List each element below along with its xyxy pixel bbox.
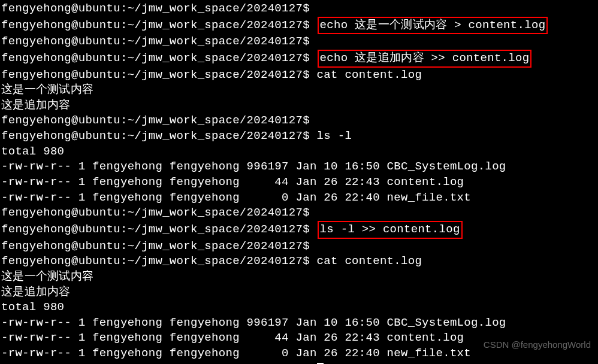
terminal-line[interactable]: fengyehong@ubuntu:~/jmw_work_space/20240… <box>1 34 597 50</box>
prompt: fengyehong@ubuntu:~/jmw_work_space/20240… <box>1 254 310 268</box>
command: ls -l <box>317 129 352 142</box>
output-line: 这是一个测试内容 <box>1 269 597 285</box>
terminal-line[interactable]: fengyehong@ubuntu:~/jmw_work_space/20240… <box>1 68 597 83</box>
terminal-line[interactable]: fengyehong@ubuntu:~/jmw_work_space/20240… <box>1 50 597 68</box>
output-line: -rw-rw-r-- 1 fengyehong fengyehong 44 Ja… <box>1 175 597 190</box>
prompt: fengyehong@ubuntu:~/jmw_work_space/20240… <box>1 223 310 236</box>
output-line: 这是追加内容 <box>1 98 597 114</box>
output-line: total 980 <box>1 144 597 160</box>
prompt: fengyehong@ubuntu:~/jmw_work_space/20240… <box>1 35 310 48</box>
terminal-line[interactable]: fengyehong@ubuntu:~/jmw_work_space/20240… <box>1 1 597 17</box>
prompt: fengyehong@ubuntu:~/jmw_work_space/20240… <box>1 51 310 65</box>
output-line: -rw-rw-r-- 1 fengyehong fengyehong 99619… <box>1 316 597 331</box>
command-highlight: echo 这是追加内容 >> content.log <box>318 50 532 68</box>
terminal-line[interactable]: fengyehong@ubuntu:~/jmw_work_space/20240… <box>1 17 597 35</box>
watermark: CSDN @fengyehongWorld <box>484 339 591 351</box>
prompt: fengyehong@ubuntu:~/jmw_work_space/20240… <box>1 68 310 81</box>
terminal-line[interactable]: fengyehong@ubuntu:~/jmw_work_space/20240… <box>1 362 597 364</box>
output-line: 这是一个测试内容 <box>1 83 597 98</box>
prompt: fengyehong@ubuntu:~/jmw_work_space/20240… <box>1 129 310 142</box>
terminal-line[interactable]: fengyehong@ubuntu:~/jmw_work_space/20240… <box>1 239 597 254</box>
terminal-line[interactable]: fengyehong@ubuntu:~/jmw_work_space/20240… <box>1 205 597 221</box>
output-line: -rw-rw-r-- 1 fengyehong fengyehong 0 Jan… <box>1 190 597 206</box>
terminal-line[interactable]: fengyehong@ubuntu:~/jmw_work_space/20240… <box>1 221 597 239</box>
output-line: 这是追加内容 <box>1 285 597 301</box>
command-highlight: echo 这是一个测试内容 > content.log <box>318 17 548 35</box>
command: cat content.log <box>317 68 422 81</box>
prompt: fengyehong@ubuntu:~/jmw_work_space/20240… <box>1 206 310 219</box>
prompt: fengyehong@ubuntu:~/jmw_work_space/20240… <box>1 2 310 15</box>
prompt: fengyehong@ubuntu:~/jmw_work_space/20240… <box>1 19 310 32</box>
terminal-line[interactable]: fengyehong@ubuntu:~/jmw_work_space/20240… <box>1 113 597 129</box>
terminal-line[interactable]: fengyehong@ubuntu:~/jmw_work_space/20240… <box>1 129 597 144</box>
command: cat content.log <box>317 254 422 268</box>
output-line: total 980 <box>1 300 597 316</box>
prompt: fengyehong@ubuntu:~/jmw_work_space/20240… <box>1 239 310 253</box>
terminal-line[interactable]: fengyehong@ubuntu:~/jmw_work_space/20240… <box>1 254 597 269</box>
output-line: -rw-rw-r-- 1 fengyehong fengyehong 99619… <box>1 159 597 175</box>
command-highlight: ls -l >> content.log <box>318 221 463 239</box>
prompt: fengyehong@ubuntu:~/jmw_work_space/20240… <box>1 114 310 127</box>
